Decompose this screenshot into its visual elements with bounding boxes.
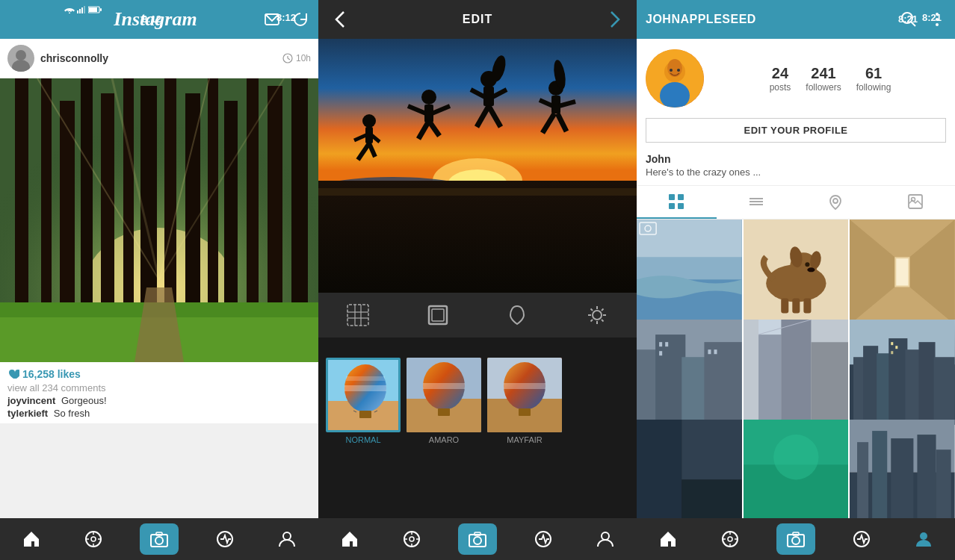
svg-rect-208	[918, 435, 936, 518]
feed-status-time: 8:12	[276, 12, 296, 23]
svg-point-62	[421, 90, 436, 105]
feed-likes[interactable]: 16,258 likes	[7, 368, 311, 380]
svg-rect-167	[897, 258, 909, 285]
profile-time-display: 8:21	[922, 12, 942, 23]
grid-photo-2[interactable]	[744, 220, 849, 325]
svg-point-39	[91, 537, 96, 541]
grid-photo-8[interactable]	[744, 420, 849, 518]
edit-tool-frame[interactable]	[426, 303, 450, 327]
filter-normal-label: NORMAL	[345, 435, 380, 444]
svg-line-97	[590, 320, 593, 322]
svg-rect-174	[665, 342, 668, 346]
edit-photo	[318, 39, 637, 293]
filter-amaro[interactable]: AMARO	[407, 358, 481, 444]
grid-photo-6[interactable]	[850, 320, 955, 425]
svg-line-95	[602, 320, 604, 322]
svg-rect-82	[347, 305, 368, 326]
nav-camera[interactable]	[140, 523, 179, 555]
svg-rect-3	[84, 6, 85, 13]
feed-post-header: chrisconnolly 10h	[0, 39, 318, 78]
svg-rect-188	[877, 353, 891, 424]
feed-post-image	[0, 78, 318, 362]
svg-rect-194	[896, 346, 898, 349]
grid-photo-4[interactable]	[637, 320, 742, 425]
filter-normal[interactable]: NORMAL	[326, 358, 401, 444]
svg-rect-160	[781, 299, 788, 314]
svg-rect-170	[655, 335, 685, 425]
edit-tool-brightness[interactable]	[585, 303, 609, 327]
profile-header: JOHNAPPLESEED 8:21	[637, 0, 955, 39]
edit-nav-profile[interactable]	[589, 523, 622, 556]
svg-point-56	[362, 114, 376, 128]
svg-rect-171	[682, 357, 708, 424]
feed-panel: Instagram 8:12 8:12 chrisconnolly 10h	[0, 0, 318, 560]
heart-icon	[7, 368, 19, 380]
followers-label: followers	[806, 82, 841, 93]
svg-rect-161	[792, 299, 800, 314]
filter-mayfair-label: MAYFAIR	[507, 435, 542, 444]
filter-mayfair[interactable]: MAYFAIR	[487, 358, 562, 444]
svg-rect-191	[919, 342, 936, 425]
profile-bio-text: Here's to the crazy ones ...	[646, 167, 946, 178]
svg-point-217	[792, 537, 800, 544]
grid-photo-1[interactable]	[637, 220, 742, 325]
svg-point-211	[728, 537, 732, 541]
nav-activity[interactable]	[208, 523, 241, 556]
feed-username: chrisconnolly	[40, 52, 108, 64]
feed-comments-link[interactable]: view all 234 comments	[7, 382, 311, 393]
feed-post-time: 10h	[282, 53, 311, 63]
comment-1-text: Gorgeous!	[61, 395, 107, 406]
svg-rect-176	[708, 349, 711, 354]
svg-rect-110	[438, 408, 450, 416]
grid-photo-3[interactable]	[850, 220, 955, 325]
svg-rect-207	[891, 438, 914, 518]
back-arrow-icon[interactable]	[330, 9, 351, 30]
nav-profile[interactable]	[271, 523, 303, 556]
following-count: 61	[865, 65, 882, 82]
edit-tool-adjust[interactable]	[346, 303, 370, 327]
tab-grid[interactable]	[637, 186, 717, 219]
following-label: following	[856, 82, 891, 93]
svg-rect-175	[659, 351, 662, 355]
filter-amaro-thumb	[407, 358, 481, 432]
edit-nav-explore[interactable]	[395, 523, 428, 556]
wifi-icon	[64, 6, 75, 13]
feed-bottom-nav	[0, 518, 318, 560]
filter-mayfair-thumb	[487, 358, 562, 432]
tab-tagged[interactable]	[876, 186, 956, 219]
edit-tool-lux[interactable]	[505, 303, 529, 327]
profile-nav-explore[interactable]	[714, 523, 747, 556]
svg-rect-0	[77, 10, 78, 13]
edit-nav-home[interactable]	[333, 523, 366, 556]
edit-nav-camera[interactable]	[458, 523, 497, 555]
svg-rect-138	[669, 194, 675, 200]
nav-explore[interactable]	[77, 523, 110, 556]
profile-nav-camera[interactable]	[776, 523, 815, 555]
clock-icon	[282, 53, 293, 63]
svg-marker-182	[758, 320, 781, 335]
profile-nav-activity[interactable]	[845, 523, 878, 556]
profile-nav-home[interactable]	[652, 523, 684, 556]
svg-rect-199	[682, 479, 741, 518]
svg-point-137	[677, 69, 680, 72]
edit-header: EDIT	[318, 0, 637, 39]
profile-nav-profile[interactable]	[907, 523, 940, 556]
feed-comment-2: tylerkieft So fresh	[7, 408, 311, 419]
feed-user-avatar	[7, 45, 34, 72]
svg-line-13	[288, 58, 290, 60]
edit-profile-button[interactable]: EDIT YOUR PROFILE	[646, 118, 946, 143]
edit-nav-activity[interactable]	[527, 523, 560, 556]
filter-amaro-label: AMARO	[429, 435, 459, 444]
grid-photo-9[interactable]	[850, 420, 955, 518]
svg-rect-187	[863, 346, 878, 425]
svg-rect-6	[100, 8, 102, 11]
nav-home[interactable]	[15, 523, 48, 556]
forward-arrow-icon[interactable]	[604, 9, 625, 30]
tab-location[interactable]	[796, 186, 876, 219]
svg-line-96	[602, 309, 604, 311]
tab-list[interactable]	[717, 186, 797, 219]
grid-photo-5[interactable]	[744, 320, 849, 425]
svg-rect-103	[359, 411, 371, 418]
grid-photo-7[interactable]	[637, 420, 742, 518]
profile-photo-grid	[637, 220, 955, 518]
